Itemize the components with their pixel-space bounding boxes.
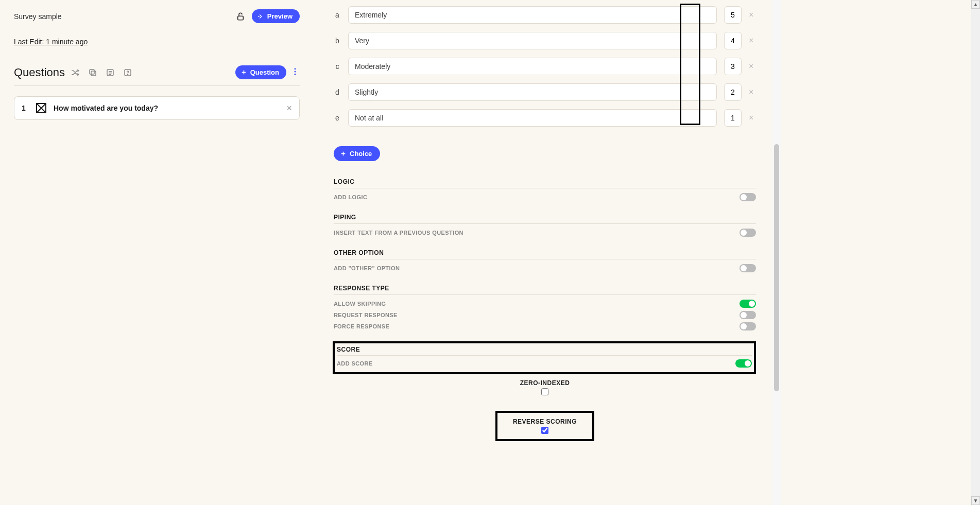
delete-choice-icon[interactable]: × (749, 88, 756, 97)
outer-scrollbar-track[interactable] (971, 9, 980, 496)
delete-choice-icon[interactable]: × (749, 10, 756, 20)
logic-toggle[interactable] (740, 193, 756, 201)
choice-input[interactable] (348, 58, 717, 75)
choice-score-input[interactable] (724, 32, 742, 49)
questions-header: Questions Question (14, 65, 300, 86)
choice-input[interactable] (348, 6, 717, 24)
svg-point-1 (258, 15, 259, 16)
piping-sub: INSERT TEXT FROM A PREVIOUS QUESTION (334, 230, 463, 236)
reverse-scoring-label: REVERSE SCORING (513, 418, 577, 425)
reverse-scoring-checkbox[interactable] (541, 427, 548, 434)
response-type-title: RESPONSE TYPE (334, 285, 389, 292)
add-choice-label: Choice (350, 150, 372, 158)
list-icon[interactable] (105, 67, 115, 78)
score-section: SCORE ADD SCORE (333, 341, 756, 374)
logic-sub: ADD LOGIC (334, 194, 367, 200)
svg-point-14 (295, 73, 296, 75)
questions-heading: Questions (14, 66, 65, 79)
choice-row: e × (334, 109, 756, 127)
request-response-label: REQUEST RESPONSE (334, 312, 398, 318)
other-sub: ADD "OTHER" OPTION (334, 265, 400, 271)
choice-input[interactable] (348, 83, 717, 101)
allow-skipping-label: ALLOW SKIPPING (334, 301, 386, 307)
choice-letter: b (334, 37, 341, 45)
preview-label: Preview (267, 12, 293, 20)
delete-choice-icon[interactable]: × (749, 36, 756, 45)
force-response-toggle[interactable] (740, 322, 756, 330)
svg-point-12 (295, 68, 296, 69)
svg-point-9 (127, 74, 128, 75)
other-option-section: OTHER OPTION ADD "OTHER" OPTION (334, 248, 756, 274)
choice-score-input[interactable] (724, 6, 742, 24)
choice-letter: c (334, 62, 341, 71)
zero-indexed-label: ZERO-INDEXED (334, 379, 756, 387)
choice-score-input[interactable] (724, 58, 742, 75)
choice-row: b × (334, 32, 756, 49)
delete-question-icon[interactable]: × (286, 103, 292, 113)
logic-title: LOGIC (334, 178, 355, 185)
svg-rect-0 (238, 16, 244, 20)
other-toggle[interactable] (740, 264, 756, 272)
delete-choice-icon[interactable]: × (749, 62, 756, 71)
piping-title: PIPING (334, 214, 356, 221)
copy-icon[interactable] (88, 67, 98, 78)
choice-row: a × (334, 6, 756, 24)
allow-skipping-toggle[interactable] (740, 300, 756, 308)
add-choice-button[interactable]: Choice (334, 146, 380, 161)
more-options-icon[interactable] (290, 67, 300, 78)
choice-input[interactable] (348, 32, 717, 49)
logic-section: LOGIC ADD LOGIC (334, 177, 756, 203)
piping-section: PIPING INSERT TEXT FROM A PREVIOUS QUEST… (334, 212, 756, 238)
choice-letter: a (334, 11, 341, 19)
reverse-scoring-box: REVERSE SCORING (495, 411, 594, 441)
question-item[interactable]: 1 How motivated are you today? × (14, 96, 300, 120)
unlock-icon[interactable] (235, 11, 246, 22)
add-question-button[interactable]: Question (235, 65, 286, 79)
svg-point-13 (295, 71, 296, 72)
force-response-label: FORCE RESPONSE (334, 323, 389, 329)
question-text: How motivated are you today? (54, 104, 279, 112)
piping-toggle[interactable] (740, 229, 756, 237)
score-sub: ADD SCORE (337, 360, 373, 367)
survey-title: Survey sample (14, 12, 62, 21)
choice-score-input[interactable] (724, 109, 742, 127)
multiple-choice-icon (36, 103, 46, 113)
scroll-up-arrow[interactable]: ▲ (971, 0, 980, 9)
last-edit-link[interactable]: Last Edit: 1 minute ago (14, 38, 300, 46)
survey-header: Survey sample Preview (14, 9, 300, 23)
choice-score-input[interactable] (724, 83, 742, 101)
choice-letter: d (334, 88, 341, 96)
choice-letter: e (334, 114, 341, 122)
score-toggle[interactable] (735, 359, 752, 368)
svg-rect-3 (90, 69, 94, 74)
request-response-toggle[interactable] (740, 311, 756, 319)
help-icon[interactable] (123, 67, 133, 78)
zero-indexed-checkbox[interactable] (541, 388, 548, 395)
shuffle-icon[interactable] (70, 67, 80, 78)
scroll-down-arrow[interactable]: ▼ (971, 496, 980, 505)
choice-row: c × (334, 58, 756, 75)
preview-button[interactable]: Preview (252, 9, 300, 23)
svg-rect-2 (91, 71, 96, 76)
choice-row: d × (334, 83, 756, 101)
add-question-label: Question (250, 68, 279, 76)
inner-scrollbar[interactable] (772, 0, 781, 505)
question-number: 1 (22, 104, 29, 112)
choice-input[interactable] (348, 109, 717, 127)
delete-choice-icon[interactable]: × (749, 113, 756, 123)
inner-scrollbar-thumb[interactable] (774, 144, 779, 391)
other-title: OTHER OPTION (334, 249, 384, 256)
response-type-section: RESPONSE TYPE ALLOW SKIPPING REQUEST RES… (334, 283, 756, 332)
score-title: SCORE (337, 346, 360, 353)
